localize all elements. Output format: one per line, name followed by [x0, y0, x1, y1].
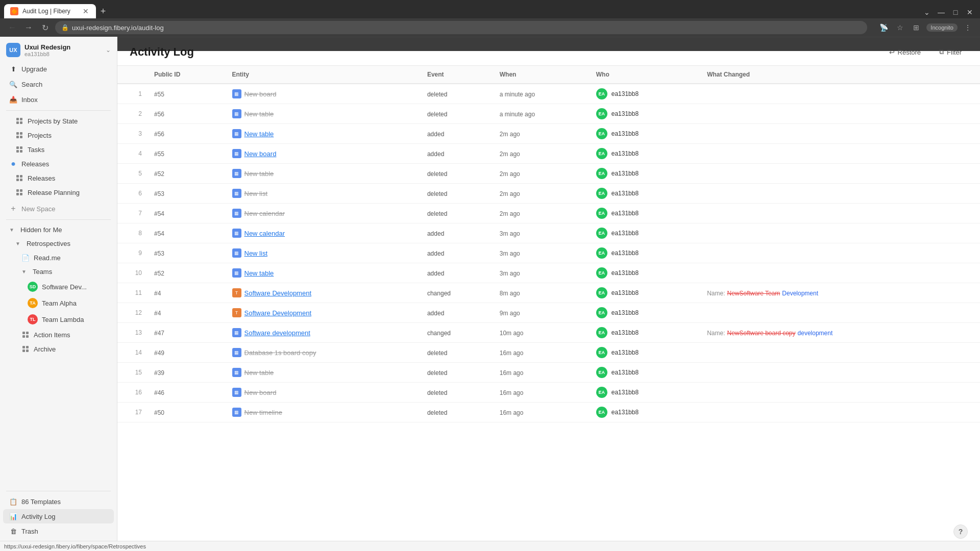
sidebar-item-projects[interactable]: Projects — [3, 129, 114, 142]
help-button[interactable]: ? — [953, 524, 968, 539]
teams-collapse-icon[interactable]: ▼ — [21, 269, 27, 274]
row-entity[interactable]: TSoftware Development — [226, 283, 421, 303]
minimize-button[interactable]: — — [935, 6, 947, 18]
row-entity[interactable]: ▦New table — [226, 263, 421, 283]
entity-name-link[interactable]: New table — [244, 269, 274, 277]
bookmark-star-icon[interactable]: ☆ — [894, 21, 906, 34]
sidebar-item-inbox[interactable]: 📥 Inbox — [3, 92, 114, 107]
sidebar-item-releases-parent[interactable]: ● Releases — [3, 157, 114, 170]
sidebar-item-search[interactable]: 🔍 Search — [3, 77, 114, 91]
row-entity[interactable]: ▦New table — [226, 124, 421, 144]
table-row[interactable]: 2#56▦New tabledeleteda minute agoEAea131… — [117, 104, 980, 124]
row-entity[interactable]: TSoftware Development — [226, 303, 421, 323]
sidebar-item-tasks[interactable]: Tasks — [3, 143, 114, 156]
sidebar-item-trash[interactable]: 🗑 Trash — [3, 524, 114, 538]
sidebar-item-retrospectives[interactable]: ▼ Retrospectives — [3, 237, 114, 250]
maximize-button[interactable]: □ — [949, 6, 962, 18]
address-bar[interactable]: 🔒 uxui-redesign.fibery.io/audit-log — [55, 21, 867, 34]
entity-name-link[interactable]: New timeline — [244, 409, 282, 416]
table-row[interactable]: 10#52▦New tableadded3m agoEAea131bb8 — [117, 263, 980, 283]
entity-name-link[interactable]: New table — [244, 369, 274, 377]
row-entity[interactable]: ▦New calendar — [226, 204, 421, 223]
sidebar-item-new-space[interactable]: + New Space — [3, 202, 114, 216]
row-entity[interactable]: ▦New table — [226, 164, 421, 184]
table-row[interactable]: 5#52▦New tabledeleted2m agoEAea131bb8 — [117, 164, 980, 184]
sidebar-item-activity-log[interactable]: 📊 Activity Log — [3, 509, 114, 523]
row-entity[interactable]: ▦Software development — [226, 323, 421, 343]
reload-button[interactable]: ↻ — [39, 21, 51, 34]
user-avatar: EA — [596, 407, 607, 418]
row-num: 2 — [117, 104, 148, 124]
cast-icon[interactable]: 📡 — [877, 21, 890, 34]
entity-name-link[interactable]: New table — [244, 110, 274, 118]
entity-name-link[interactable]: New table — [244, 130, 274, 138]
restore-button[interactable]: ↩ Restore — [883, 45, 927, 59]
entity-name-link[interactable]: Software Development — [244, 289, 312, 297]
table-row[interactable]: 16#46▦New boarddeleted16m agoEAea131bb8 — [117, 383, 980, 403]
row-public-id: #46 — [148, 383, 226, 403]
entity-name-link[interactable]: New table — [244, 170, 274, 178]
sidebar-item-teams[interactable]: ▼ Teams — [3, 265, 114, 278]
sidebar-item-upgrade[interactable]: ⬆ Upgrade — [3, 62, 114, 76]
forward-button[interactable]: → — [22, 21, 35, 34]
sidebar-item-archive[interactable]: Archive — [3, 342, 114, 356]
sidebar-item-team-lambda[interactable]: TL Team Lambda — [3, 312, 114, 327]
entity-name-link[interactable]: New calendar — [244, 210, 285, 217]
active-tab[interactable]: 🔶 Audit Log | Fibery ✕ — [4, 4, 96, 18]
back-button[interactable]: ← — [6, 21, 18, 34]
table-row[interactable]: 4#55▦New boardadded2m agoEAea131bb8 — [117, 144, 980, 164]
row-entity[interactable]: ▦New board — [226, 383, 421, 403]
sidebar-item-projects-by-state[interactable]: Projects by State — [3, 114, 114, 128]
hidden-for-me-collapse-icon[interactable]: ▼ — [9, 227, 14, 233]
table-row[interactable]: 9#53▦New listadded3m agoEAea131bb8 — [117, 243, 980, 263]
table-row[interactable]: 17#50▦New timelinedeleted16m agoEAea131b… — [117, 403, 980, 422]
row-entity[interactable]: ▦New timeline — [226, 403, 421, 422]
workspace-info[interactable]: UX Uxui Redesign ea131bb8 — [6, 43, 70, 57]
row-entity[interactable]: ▦New list — [226, 243, 421, 263]
row-entity[interactable]: ▦New calendar — [226, 223, 421, 243]
entity-name-link[interactable]: New calendar — [244, 230, 285, 237]
entity-name-link[interactable]: Database 1s board copy — [244, 349, 316, 357]
new-tab-button[interactable]: + — [96, 4, 110, 18]
entity-name-link[interactable]: New list — [244, 249, 268, 257]
table-row[interactable]: 3#56▦New tableadded2m agoEAea131bb8 — [117, 124, 980, 144]
row-entity[interactable]: ▦New table — [226, 363, 421, 383]
row-entity[interactable]: ▦Database 1s board copy — [226, 343, 421, 363]
table-row[interactable]: 7#54▦New calendardeleted2m agoEAea131bb8 — [117, 204, 980, 223]
entity-name-link[interactable]: New list — [244, 190, 268, 197]
row-entity[interactable]: ▦New board — [226, 84, 421, 104]
row-entity[interactable]: ▦New board — [226, 144, 421, 164]
workspace-chevron-icon[interactable]: ⌄ — [106, 46, 111, 54]
table-row[interactable]: 12#4TSoftware Developmentadded9m agoEAea… — [117, 303, 980, 323]
table-row[interactable]: 11#4TSoftware Developmentchanged8m agoEA… — [117, 283, 980, 303]
table-row[interactable]: 1#55▦New boarddeleteda minute agoEAea131… — [117, 84, 980, 104]
entity-name-link[interactable]: New board — [244, 389, 277, 396]
table-container[interactable]: Public ID Entity Event When Who What Cha… — [117, 66, 980, 541]
table-row[interactable]: 13#47▦Software developmentchanged10m ago… — [117, 323, 980, 343]
menu-icon[interactable]: ⋮ — [962, 21, 974, 34]
sidebar-item-releases[interactable]: Releases — [3, 171, 114, 185]
sidebar-item-readme[interactable]: 📄 Read.me — [3, 251, 114, 264]
sidebar-item-action-items[interactable]: Action Items — [3, 328, 114, 341]
tab-close-button[interactable]: ✕ — [82, 7, 90, 15]
row-entity[interactable]: ▦New table — [226, 104, 421, 124]
table-row[interactable]: 8#54▦New calendaradded3m agoEAea131bb8 — [117, 223, 980, 243]
table-row[interactable]: 14#49▦Database 1s board copydeleted16m a… — [117, 343, 980, 363]
sidebar-item-software-dev[interactable]: SD Software Dev... — [3, 279, 114, 294]
entity-name-link[interactable]: Software Development — [244, 309, 312, 317]
entity-name-link[interactable]: New board — [244, 150, 277, 158]
tab-search-icon[interactable]: ⊞ — [910, 21, 922, 34]
tab-scroll-down[interactable]: ⌄ — [921, 6, 933, 18]
table-row[interactable]: 15#39▦New tabledeleted16m agoEAea131bb8 — [117, 363, 980, 383]
sidebar-item-release-planning[interactable]: Release Planning — [3, 186, 114, 199]
table-row[interactable]: 6#53▦New listdeleted2m agoEAea131bb8 — [117, 184, 980, 204]
row-entity[interactable]: ▦New list — [226, 184, 421, 204]
sidebar-item-team-alpha[interactable]: TA Team Alpha — [3, 295, 114, 311]
sidebar-item-hidden-for-me[interactable]: ▼ Hidden for Me — [3, 223, 114, 236]
retrospectives-collapse-icon[interactable]: ▼ — [15, 241, 20, 246]
sidebar-item-templates[interactable]: 📋 86 Templates — [3, 494, 114, 509]
close-window-button[interactable]: ✕ — [964, 6, 976, 18]
entity-name-link[interactable]: Software development — [244, 329, 310, 337]
filter-button[interactable]: ⧉ Filter — [933, 45, 968, 59]
entity-name-link[interactable]: New board — [244, 90, 277, 98]
